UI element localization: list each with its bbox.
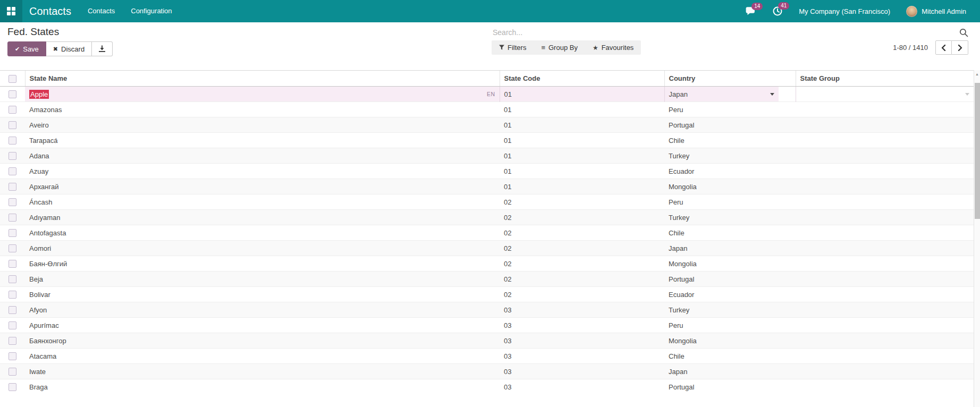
- state-code-cell[interactable]: 02: [500, 256, 664, 272]
- row-checkbox[interactable]: [9, 229, 16, 237]
- state-group-cell[interactable]: [796, 148, 974, 164]
- row-checkbox[interactable]: [9, 383, 16, 391]
- state-group-cell[interactable]: [796, 164, 974, 179]
- row-checkbox[interactable]: [9, 152, 16, 160]
- state-group-cell[interactable]: [796, 364, 974, 379]
- column-header-country[interactable]: Country: [664, 71, 796, 87]
- country-cell[interactable]: Mongolia: [664, 256, 796, 272]
- state-code-edit-cell[interactable]: 01: [500, 87, 664, 102]
- state-group-cell[interactable]: [796, 302, 974, 318]
- column-header-state-name[interactable]: State Name: [25, 71, 500, 87]
- state-code-cell[interactable]: 03: [500, 364, 664, 379]
- row-checkbox[interactable]: [9, 137, 16, 145]
- country-cell[interactable]: Ecuador: [664, 287, 796, 302]
- table-row[interactable]: Braga 03 Portugal: [0, 379, 974, 395]
- country-cell[interactable]: Chile: [664, 225, 796, 241]
- state-code-cell[interactable]: 01: [500, 179, 664, 194]
- table-row[interactable]: Баян-Өлгий 02 Mongolia: [0, 256, 974, 272]
- state-code-cell[interactable]: 03: [500, 379, 664, 395]
- table-row[interactable]: Iwate 03 Japan: [0, 364, 974, 379]
- state-code-cell[interactable]: 02: [500, 210, 664, 225]
- state-code-cell[interactable]: 03: [500, 349, 664, 364]
- state-name-cell[interactable]: Aveiro: [25, 117, 500, 133]
- country-cell[interactable]: Japan: [664, 241, 796, 256]
- state-code-cell[interactable]: 02: [500, 194, 664, 210]
- state-code-cell[interactable]: 01: [500, 164, 664, 179]
- table-row[interactable]: Azuay 01 Ecuador: [0, 164, 974, 179]
- scroll-up-icon[interactable]: ▲: [974, 70, 980, 79]
- country-cell[interactable]: Turkey: [664, 148, 796, 164]
- row-checkbox[interactable]: [9, 183, 16, 191]
- state-name-cell[interactable]: Beja: [25, 272, 500, 287]
- table-row[interactable]: Afyon 03 Turkey: [0, 302, 974, 318]
- state-group-edit-cell[interactable]: [796, 87, 974, 102]
- state-name-cell[interactable]: Баянхонгор: [25, 333, 500, 349]
- state-name-cell[interactable]: Braga: [25, 379, 500, 395]
- scrollbar-thumb[interactable]: [975, 83, 980, 219]
- state-code-cell[interactable]: 02: [500, 287, 664, 302]
- pager-next-button[interactable]: [952, 40, 968, 55]
- state-name-cell[interactable]: Afyon: [25, 302, 500, 318]
- country-cell[interactable]: Turkey: [664, 210, 796, 225]
- table-row[interactable]: Aomori 02 Japan: [0, 241, 974, 256]
- country-dropdown-caret-icon[interactable]: [770, 93, 774, 96]
- pager-previous-button[interactable]: [935, 40, 952, 55]
- state-group-cell[interactable]: [796, 210, 974, 225]
- table-row[interactable]: Баянхонгор 03 Mongolia: [0, 333, 974, 349]
- state-name-cell[interactable]: Atacama: [25, 349, 500, 364]
- column-header-state-group[interactable]: State Group: [796, 71, 974, 87]
- group-by-button[interactable]: ≡ Group By: [534, 40, 585, 55]
- row-checkbox[interactable]: [9, 90, 16, 98]
- country-cell[interactable]: Peru: [664, 102, 796, 117]
- country-cell[interactable]: Portugal: [664, 272, 796, 287]
- country-cell[interactable]: Portugal: [664, 379, 796, 395]
- state-name-edit-cell[interactable]: Apple EN: [25, 87, 500, 102]
- row-checkbox[interactable]: [9, 321, 16, 329]
- state-group-cell[interactable]: [796, 241, 974, 256]
- row-checkbox[interactable]: [9, 198, 16, 206]
- state-name-cell[interactable]: Adana: [25, 148, 500, 164]
- column-header-state-code[interactable]: State Code: [500, 71, 664, 87]
- discard-button[interactable]: ✖ Discard: [46, 41, 92, 56]
- vertical-scrollbar[interactable]: ▲: [974, 70, 980, 407]
- state-code-cell[interactable]: 01: [500, 148, 664, 164]
- row-checkbox[interactable]: [9, 368, 16, 376]
- country-cell[interactable]: Mongolia: [664, 333, 796, 349]
- country-edit-cell[interactable]: Japan: [664, 87, 796, 102]
- row-checkbox[interactable]: [9, 306, 16, 314]
- state-name-cell[interactable]: Áncash: [25, 194, 500, 210]
- state-group-cell[interactable]: [796, 194, 974, 210]
- table-row[interactable]: Adıyaman 02 Turkey: [0, 210, 974, 225]
- search-icon[interactable]: [959, 28, 968, 37]
- search-input[interactable]: [492, 28, 954, 37]
- country-cell[interactable]: Chile: [664, 349, 796, 364]
- state-group-cell[interactable]: [796, 349, 974, 364]
- country-cell[interactable]: Chile: [664, 133, 796, 148]
- state-name-cell[interactable]: Amazonas: [25, 102, 500, 117]
- save-button[interactable]: ✔ Save: [7, 41, 46, 56]
- state-name-cell[interactable]: Iwate: [25, 364, 500, 379]
- state-group-cell[interactable]: [796, 102, 974, 117]
- table-row[interactable]: Adana 01 Turkey: [0, 148, 974, 164]
- state-name-cell[interactable]: Баян-Өлгий: [25, 256, 500, 272]
- state-group-cell[interactable]: [796, 256, 974, 272]
- state-code-cell[interactable]: 02: [500, 241, 664, 256]
- row-checkbox[interactable]: [9, 275, 16, 283]
- pager-range[interactable]: 1-80 / 1410: [893, 44, 928, 52]
- company-switcher[interactable]: My Company (San Francisco): [799, 7, 890, 15]
- state-group-cell[interactable]: [796, 333, 974, 349]
- state-group-cell[interactable]: [796, 117, 974, 133]
- state-group-cell[interactable]: [796, 318, 974, 333]
- state-name-cell[interactable]: Aomori: [25, 241, 500, 256]
- state-group-cell[interactable]: [796, 379, 974, 395]
- table-row[interactable]: Архангай 01 Mongolia: [0, 179, 974, 194]
- state-group-cell[interactable]: [796, 287, 974, 302]
- favourites-button[interactable]: ★ Favourites: [585, 40, 641, 55]
- country-cell[interactable]: Japan: [664, 364, 796, 379]
- row-checkbox[interactable]: [9, 214, 16, 222]
- select-all-checkbox[interactable]: [9, 75, 16, 83]
- activities-menu[interactable]: 41: [772, 6, 783, 16]
- country-cell[interactable]: Peru: [664, 194, 796, 210]
- row-checkbox[interactable]: [9, 121, 16, 129]
- state-code-cell[interactable]: 01: [500, 102, 664, 117]
